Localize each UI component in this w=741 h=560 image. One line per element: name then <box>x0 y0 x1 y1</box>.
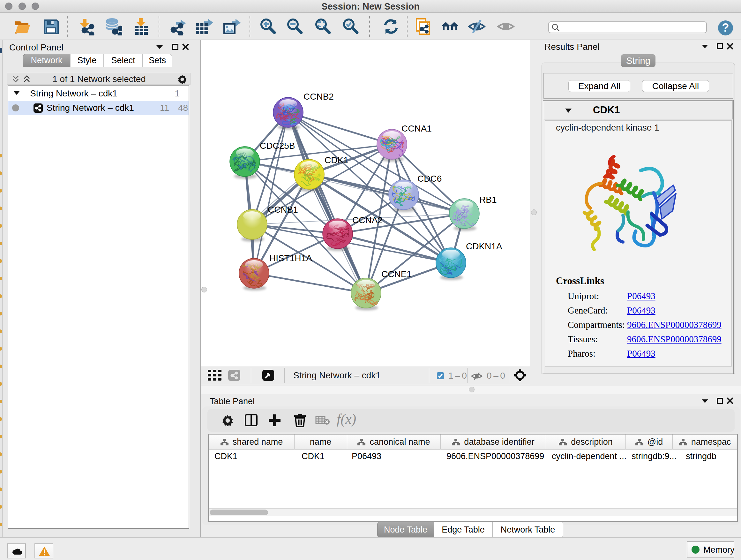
svg-text:CDC6: CDC6 <box>417 174 442 184</box>
svg-text:CCNB2: CCNB2 <box>304 91 334 102</box>
svg-text:CDKN1A: CDKN1A <box>466 241 502 251</box>
svg-text:CCNB1: CCNB1 <box>268 205 298 214</box>
svg-text:CDK1: CDK1 <box>325 155 348 165</box>
svg-text:CCNA1: CCNA1 <box>401 124 432 133</box>
svg-text:CCNA2: CCNA2 <box>352 215 383 225</box>
svg-text:RB1: RB1 <box>479 195 496 205</box>
svg-text:CCNE1: CCNE1 <box>381 269 412 279</box>
svg-text:CDC25B: CDC25B <box>260 141 295 151</box>
svg-text:HIST1H1A: HIST1H1A <box>269 253 312 263</box>
